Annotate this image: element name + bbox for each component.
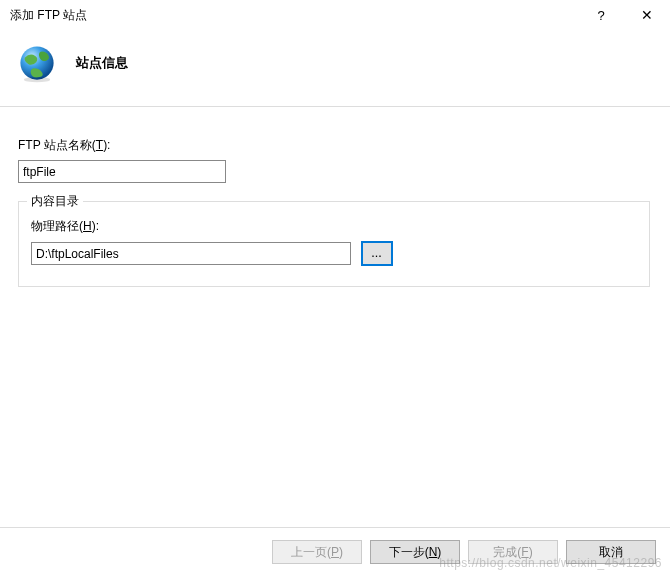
svg-point-1 bbox=[24, 77, 50, 82]
content-directory-legend: 内容目录 bbox=[27, 193, 83, 210]
titlebar-buttons: ? ✕ bbox=[578, 0, 670, 30]
previous-button: 上一页(P) bbox=[272, 540, 362, 564]
finish-button: 完成(F) bbox=[468, 540, 558, 564]
cancel-button[interactable]: 取消 bbox=[566, 540, 656, 564]
wizard-step-title: 站点信息 bbox=[76, 54, 128, 72]
globe-icon bbox=[16, 42, 58, 84]
content-directory-group: 内容目录 物理路径(H): ... bbox=[18, 201, 650, 287]
site-name-label: FTP 站点名称(T): bbox=[18, 137, 652, 154]
physical-path-label: 物理路径(H): bbox=[31, 218, 637, 235]
wizard-footer: 上一页(P) 下一步(N) 完成(F) 取消 bbox=[0, 528, 670, 576]
close-button[interactable]: ✕ bbox=[624, 0, 670, 30]
window-title: 添加 FTP 站点 bbox=[10, 7, 87, 24]
wizard-header: 站点信息 bbox=[0, 30, 670, 106]
next-button[interactable]: 下一步(N) bbox=[370, 540, 460, 564]
physical-path-input[interactable] bbox=[31, 242, 351, 265]
site-name-input[interactable] bbox=[18, 160, 226, 183]
wizard-content: FTP 站点名称(T): 内容目录 物理路径(H): ... bbox=[0, 107, 670, 297]
titlebar: 添加 FTP 站点 ? ✕ bbox=[0, 0, 670, 30]
help-button[interactable]: ? bbox=[578, 0, 624, 30]
browse-button[interactable]: ... bbox=[361, 241, 393, 266]
